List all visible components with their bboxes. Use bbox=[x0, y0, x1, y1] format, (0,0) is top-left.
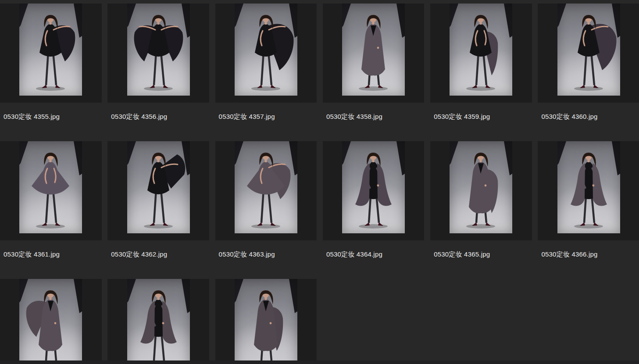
photo-image bbox=[127, 279, 190, 364]
photo-thumbnail[interactable] bbox=[0, 279, 102, 364]
photo-filename[interactable]: 0530定妆 4356.jpg bbox=[111, 113, 209, 120]
photo-thumbnail[interactable] bbox=[215, 4, 317, 103]
gallery-page: { "theme": { "page_background": "#282828… bbox=[0, 0, 639, 364]
photo-item bbox=[107, 275, 209, 364]
photo-thumbnail[interactable] bbox=[215, 279, 317, 364]
photo-filename[interactable]: 0530定妆 4358.jpg bbox=[326, 113, 425, 120]
photo-filename[interactable]: 0530定妆 4364.jpg bbox=[326, 251, 425, 258]
photo-image bbox=[127, 4, 190, 96]
window-bottom-edge bbox=[0, 360, 639, 364]
photo-thumbnail[interactable] bbox=[107, 141, 209, 240]
photo-item: 0530定妆 4363.jpg bbox=[215, 138, 317, 275]
photo-image bbox=[450, 4, 512, 96]
photo-filename[interactable]: 0530定妆 4363.jpg bbox=[219, 251, 317, 258]
photo-filename[interactable]: 0530定妆 4355.jpg bbox=[4, 113, 102, 120]
photo-image bbox=[235, 141, 297, 233]
photo-image bbox=[127, 141, 190, 233]
photo-filename[interactable]: 0530定妆 4361.jpg bbox=[4, 251, 102, 258]
photo-filename[interactable]: 0530定妆 4365.jpg bbox=[434, 251, 532, 258]
photo-thumbnail[interactable] bbox=[107, 279, 209, 364]
photo-thumbnail[interactable] bbox=[0, 141, 102, 240]
photo-image bbox=[19, 4, 82, 96]
photo-image bbox=[235, 4, 297, 96]
photo-item: 0530定妆 4361.jpg bbox=[0, 138, 102, 275]
photo-thumbnail[interactable] bbox=[538, 4, 639, 103]
photo-item: 0530定妆 4358.jpg bbox=[323, 0, 425, 138]
photo-image bbox=[557, 4, 620, 96]
photo-item: 0530定妆 4357.jpg bbox=[215, 0, 317, 138]
photo-thumbnail[interactable] bbox=[430, 141, 532, 240]
photo-thumbnail[interactable] bbox=[538, 141, 639, 240]
photo-thumbnail[interactable] bbox=[215, 141, 317, 240]
photo-item: 0530定妆 4355.jpg bbox=[0, 0, 102, 138]
photo-thumbnail[interactable] bbox=[107, 4, 209, 103]
photo-item: 0530定妆 4366.jpg bbox=[538, 138, 639, 275]
photo-thumbnail[interactable] bbox=[323, 141, 425, 240]
photo-item: 0530定妆 4362.jpg bbox=[107, 138, 209, 275]
photo-thumbnail[interactable] bbox=[323, 4, 425, 103]
photo-item: 0530定妆 4364.jpg bbox=[323, 138, 425, 275]
photo-image bbox=[557, 141, 620, 233]
photo-item bbox=[215, 275, 317, 364]
photo-filename[interactable]: 0530定妆 4362.jpg bbox=[111, 251, 209, 258]
photo-image bbox=[342, 141, 405, 233]
photo-filename[interactable]: 0530定妆 4360.jpg bbox=[541, 113, 639, 120]
photo-filename[interactable]: 0530定妆 4359.jpg bbox=[434, 113, 532, 120]
photo-item: 0530定妆 4360.jpg bbox=[538, 0, 639, 138]
photo-image bbox=[342, 4, 405, 96]
photo-item bbox=[0, 275, 102, 364]
photo-thumbnail[interactable] bbox=[0, 4, 102, 103]
photo-item: 0530定妆 4356.jpg bbox=[107, 0, 209, 138]
photo-item: 0530定妆 4365.jpg bbox=[430, 138, 532, 275]
photo-item: 0530定妆 4359.jpg bbox=[430, 0, 532, 138]
photo-grid: 0530定妆 4355.jpg 0530定妆 4356.jpg 0530定妆 4… bbox=[0, 0, 639, 364]
photo-image bbox=[19, 279, 82, 364]
photo-filename[interactable]: 0530定妆 4357.jpg bbox=[219, 113, 317, 120]
photo-thumbnail[interactable] bbox=[430, 4, 532, 103]
photo-filename[interactable]: 0530定妆 4366.jpg bbox=[541, 251, 639, 258]
photo-image bbox=[19, 141, 82, 233]
photo-image bbox=[450, 141, 512, 233]
photo-image bbox=[235, 279, 297, 364]
